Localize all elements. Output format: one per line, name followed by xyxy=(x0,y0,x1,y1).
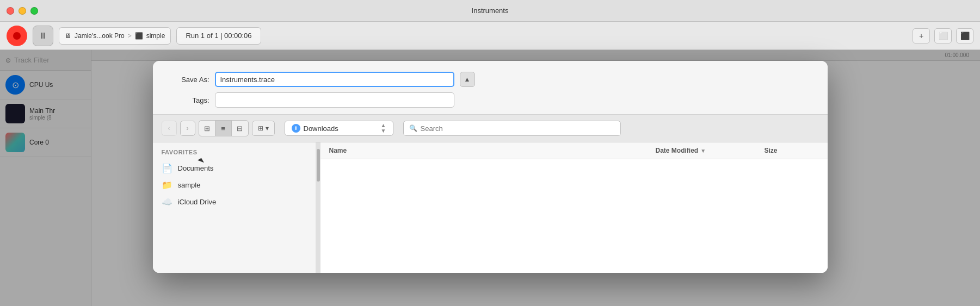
close-button[interactable] xyxy=(7,7,14,15)
view-icon-2: ⬛ xyxy=(960,32,970,40)
title-bar: Instruments xyxy=(0,0,980,22)
target-process: simple xyxy=(146,32,165,40)
target-device: Jamie's...ook Pro xyxy=(75,32,125,40)
window-controls xyxy=(7,7,38,15)
col-name-header: Name xyxy=(329,147,656,154)
search-box[interactable]: 🔍 xyxy=(403,121,621,136)
col-date-header: Date Modified ▼ xyxy=(656,147,765,154)
sort-arrow: ▼ xyxy=(700,148,706,154)
save-as-input[interactable] xyxy=(215,72,454,87)
process-icon: ⬛ xyxy=(135,32,143,40)
record-button[interactable] xyxy=(7,26,27,46)
run-info: Run 1 of 1 | 00:00:06 xyxy=(176,27,261,45)
forward-button[interactable]: › xyxy=(180,121,195,136)
favorites-panel: Favorites 📄 Documents 📁 sample ☁️ iCloud… xyxy=(153,142,316,273)
column-view-button[interactable]: ⊟ xyxy=(232,121,248,136)
pause-button[interactable]: ⏸ xyxy=(33,26,53,46)
icon-view-button[interactable]: ⊞ xyxy=(199,121,215,136)
file-list-header: Name Date Modified ▼ Size xyxy=(320,142,828,159)
documents-icon: 📄 xyxy=(162,163,172,173)
tags-label: Tags: xyxy=(166,96,209,104)
arrange-button[interactable]: ⊞ ▾ xyxy=(252,121,275,136)
favorites-item-icloud[interactable]: ☁️ iCloud Drive xyxy=(153,193,316,210)
icon-view-icon: ⊞ xyxy=(204,124,210,133)
favorites-item-sample[interactable]: 📁 sample xyxy=(153,177,316,193)
chevron-right-icon: › xyxy=(187,124,189,132)
chevron-left-icon: ‹ xyxy=(168,124,170,132)
column-view-icon: ⊟ xyxy=(237,124,243,133)
plus-icon: + xyxy=(919,32,923,40)
scrollbar-thumb xyxy=(317,149,320,182)
arrange-arrow: ▾ xyxy=(266,124,269,132)
dialog-header: Save As: ▲ Tags: xyxy=(153,61,828,114)
toolbar-right: + ⬜ ⬛ xyxy=(913,28,973,43)
arrange-icon: ⊞ xyxy=(258,124,263,132)
location-selector[interactable]: ⬇ Downloads ▲ ▼ xyxy=(285,121,393,136)
view-mode-group: ⊞ ≡ ⊟ xyxy=(199,120,249,136)
toolbar: ⏸ 🖥 Jamie's...ook Pro > ⬛ simple Run 1 o… xyxy=(0,22,980,50)
search-icon: 🔍 xyxy=(409,124,417,132)
window-title: Instruments xyxy=(472,7,509,15)
chevron-up-icon: ▲ xyxy=(464,76,471,83)
favorites-header: Favorites xyxy=(153,149,316,160)
dialog-toolbar: ‹ › ⊞ ≡ ⊟ xyxy=(153,114,828,142)
add-instrument-button[interactable]: + xyxy=(913,28,930,43)
save-as-row: Save As: ▲ xyxy=(166,72,815,87)
favorites-item-documents[interactable]: 📄 Documents xyxy=(153,160,316,177)
tags-input[interactable] xyxy=(215,92,454,108)
target-selector[interactable]: 🖥 Jamie's...ook Pro > ⬛ simple xyxy=(59,27,171,45)
save-as-label: Save As: xyxy=(166,76,209,84)
icloud-icon: ☁️ xyxy=(162,197,172,207)
expand-button[interactable]: ▲ xyxy=(460,72,475,87)
pause-icon: ⏸ xyxy=(39,31,47,41)
location-arrows: ▲ ▼ xyxy=(381,123,386,134)
sample-icon: 📁 xyxy=(162,180,172,190)
view-icon-1: ⬜ xyxy=(939,32,948,40)
view-toggle-1[interactable]: ⬜ xyxy=(934,28,952,43)
favorites-label-icloud: iCloud Drive xyxy=(178,198,217,206)
favorites-scrollbar[interactable] xyxy=(316,142,320,273)
favorites-label-sample: sample xyxy=(178,181,201,189)
file-list: Name Date Modified ▼ Size xyxy=(320,142,828,273)
back-button[interactable]: ‹ xyxy=(162,121,177,136)
list-view-icon: ≡ xyxy=(221,124,225,133)
list-view-button[interactable]: ≡ xyxy=(215,121,232,136)
record-icon xyxy=(13,32,21,40)
dialog-browser: Favorites 📄 Documents 📁 sample ☁️ iCloud… xyxy=(153,142,828,273)
app-window: Instruments ⏸ 🖥 Jamie's...ook Pro > ⬛ si… xyxy=(0,0,980,306)
search-input[interactable] xyxy=(421,124,615,133)
content-area: ⊜ Track Filter ⊙ CPU Us Main Thr simple … xyxy=(0,50,980,306)
location-name: Downloads xyxy=(304,124,378,133)
location-icon: ⬇ xyxy=(292,124,300,133)
tags-row: Tags: xyxy=(166,92,815,108)
maximize-button[interactable] xyxy=(30,7,38,15)
minimize-button[interactable] xyxy=(19,7,26,15)
target-separator: > xyxy=(128,32,132,40)
favorites-label-documents: Documents xyxy=(178,164,214,172)
device-icon: 🖥 xyxy=(65,32,71,40)
view-toggle-2[interactable]: ⬛ xyxy=(956,28,973,43)
col-size-header: Size xyxy=(765,147,819,154)
dialog-overlay: Save As: ▲ Tags: ‹ xyxy=(0,50,980,306)
save-dialog: Save As: ▲ Tags: ‹ xyxy=(153,61,828,273)
